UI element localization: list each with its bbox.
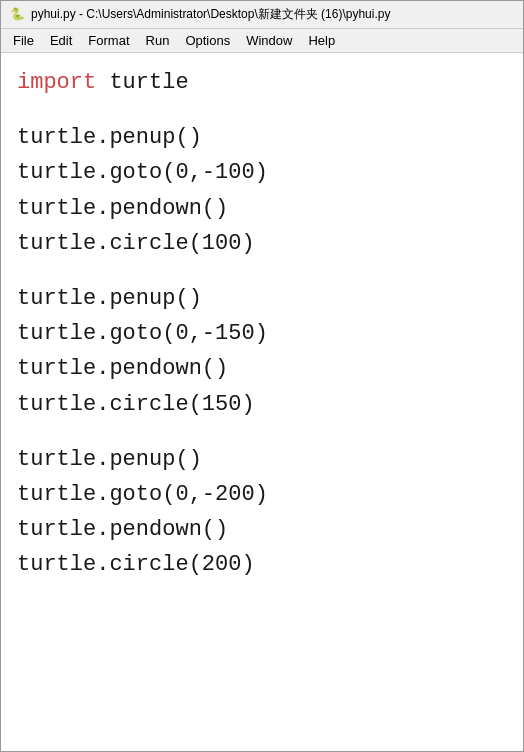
code-line-circle-2: turtle.circle(150) xyxy=(17,387,507,422)
code-line-pendown-2: turtle.pendown() xyxy=(17,351,507,386)
app-icon: 🐍 xyxy=(9,7,25,23)
menu-window[interactable]: Window xyxy=(238,31,300,50)
blank-line-2 xyxy=(17,261,507,281)
blank-line-3 xyxy=(17,422,507,442)
import-rest: turtle xyxy=(96,70,188,95)
main-window: 🐍 pyhui.py - C:\Users\Administrator\Desk… xyxy=(0,0,524,752)
code-line-penup-3: turtle.penup() xyxy=(17,442,507,477)
code-line-pendown-3: turtle.pendown() xyxy=(17,512,507,547)
code-line-goto-1: turtle.goto(0,‑100) xyxy=(17,155,507,190)
menu-help[interactable]: Help xyxy=(300,31,343,50)
menu-file[interactable]: File xyxy=(5,31,42,50)
keyword-import: import xyxy=(17,70,96,95)
editor-area[interactable]: import turtle turtle.penup() turtle.goto… xyxy=(1,53,523,751)
code-line-goto-2: turtle.goto(0,‑150) xyxy=(17,316,507,351)
code-line-goto-3: turtle.goto(0,‑200) xyxy=(17,477,507,512)
code-line-import: import turtle xyxy=(17,65,507,100)
menu-edit[interactable]: Edit xyxy=(42,31,80,50)
title-bar-text: pyhui.py - C:\Users\Administrator\Deskto… xyxy=(31,6,390,23)
code-line-penup-1: turtle.penup() xyxy=(17,120,507,155)
menu-format[interactable]: Format xyxy=(80,31,137,50)
menu-bar: File Edit Format Run Options Window Help xyxy=(1,29,523,53)
menu-run[interactable]: Run xyxy=(138,31,178,50)
title-bar: 🐍 pyhui.py - C:\Users\Administrator\Desk… xyxy=(1,1,523,29)
blank-line-1 xyxy=(17,100,507,120)
code-line-circle-1: turtle.circle(100) xyxy=(17,226,507,261)
menu-options[interactable]: Options xyxy=(177,31,238,50)
code-line-circle-3: turtle.circle(200) xyxy=(17,547,507,582)
code-line-pendown-1: turtle.pendown() xyxy=(17,191,507,226)
code-line-penup-2: turtle.penup() xyxy=(17,281,507,316)
